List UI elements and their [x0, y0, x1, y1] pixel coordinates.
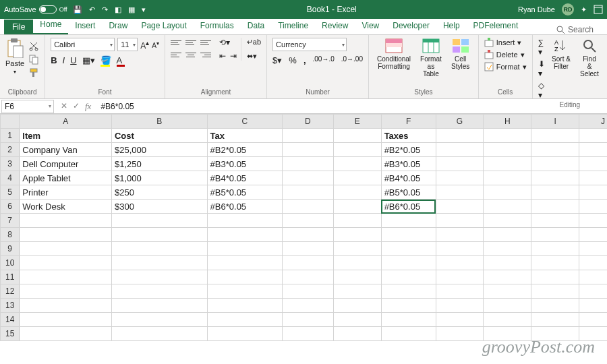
toggle-switch[interactable]: [39, 5, 57, 13]
cell-B11[interactable]: [111, 270, 207, 284]
cell-E11[interactable]: [333, 270, 381, 284]
row-header-12[interactable]: 12: [1, 284, 20, 299]
cell-C3[interactable]: #B3*0.05: [207, 157, 282, 171]
row-header-10[interactable]: 10: [1, 256, 20, 270]
cell-E9[interactable]: [333, 242, 381, 256]
cell-F6[interactable]: #B6*0.05: [381, 200, 436, 214]
row-header-3[interactable]: 3: [1, 157, 20, 171]
cell-J10[interactable]: [579, 256, 607, 270]
row-header-9[interactable]: 9: [1, 242, 20, 256]
user-avatar[interactable]: RD: [562, 3, 574, 16]
cell-G4[interactable]: [436, 171, 484, 185]
select-all-corner[interactable]: [1, 115, 20, 129]
align-right-button[interactable]: [200, 50, 211, 59]
cell-A1[interactable]: Item: [20, 129, 112, 143]
column-header-D[interactable]: D: [282, 115, 333, 129]
fill-button[interactable]: ⬇ ▾: [538, 59, 545, 78]
cell-C12[interactable]: [207, 284, 282, 299]
cell-B4[interactable]: $1,000: [111, 171, 207, 185]
cell-J8[interactable]: [579, 228, 607, 242]
cell-D1[interactable]: [282, 129, 333, 143]
row-header-1[interactable]: 1: [1, 129, 20, 143]
format-painter-icon[interactable]: [28, 67, 39, 78]
cell-A7[interactable]: [20, 214, 112, 228]
cell-E8[interactable]: [333, 228, 381, 242]
cell-H8[interactable]: [484, 228, 531, 242]
cell-B2[interactable]: $25,000: [111, 143, 207, 157]
cell-A4[interactable]: Apple Tablet: [20, 171, 112, 185]
cell-H4[interactable]: [484, 171, 531, 185]
save-icon[interactable]: 💾: [73, 5, 82, 14]
cell-C8[interactable]: [207, 228, 282, 242]
find-select-button[interactable]: Find & Select: [577, 38, 602, 78]
cell-F3[interactable]: #B3*0.05: [381, 157, 436, 171]
cell-C5[interactable]: #B5*0.05: [207, 185, 282, 200]
cell-E5[interactable]: [333, 185, 381, 200]
cell-E15[interactable]: [333, 327, 381, 341]
cell-G13[interactable]: [436, 299, 484, 313]
cell-G11[interactable]: [436, 270, 484, 284]
cell-I12[interactable]: [531, 284, 579, 299]
cell-I10[interactable]: [531, 256, 579, 270]
cell-D12[interactable]: [282, 284, 333, 299]
cell-F13[interactable]: [381, 299, 436, 313]
cell-D10[interactable]: [282, 256, 333, 270]
row-header-4[interactable]: 4: [1, 171, 20, 185]
cell-D8[interactable]: [282, 228, 333, 242]
cell-A14[interactable]: [20, 313, 112, 327]
italic-button[interactable]: I: [63, 55, 65, 65]
cell-D6[interactable]: [282, 200, 333, 214]
cell-H1[interactable]: [484, 129, 531, 143]
font-family-combo[interactable]: Calibri: [51, 38, 115, 51]
enter-formula-icon[interactable]: ✓: [73, 101, 80, 112]
borders-button[interactable]: ▦▾: [82, 55, 95, 65]
cell-D11[interactable]: [282, 270, 333, 284]
row-header-15[interactable]: 15: [1, 327, 20, 341]
tab-file[interactable]: File: [4, 20, 33, 34]
cell-E2[interactable]: [333, 143, 381, 157]
wrap-text-button[interactable]: ↵ab: [247, 38, 261, 47]
cell-G3[interactable]: [436, 157, 484, 171]
cell-B3[interactable]: $1,250: [111, 157, 207, 171]
cell-H5[interactable]: [484, 185, 531, 200]
cell-H2[interactable]: [484, 143, 531, 157]
cell-B13[interactable]: [111, 299, 207, 313]
user-name[interactable]: Ryan Dube: [518, 5, 555, 13]
cell-C13[interactable]: [207, 299, 282, 313]
tab-developer[interactable]: Developer: [386, 18, 436, 34]
merge-center-button[interactable]: ⬌▾: [247, 52, 261, 61]
cell-F1[interactable]: Taxes: [381, 129, 436, 143]
cell-B5[interactable]: $250: [111, 185, 207, 200]
decrease-decimal-button[interactable]: .0→.00: [341, 55, 363, 65]
cell-D14[interactable]: [282, 313, 333, 327]
fill-color-button[interactable]: 🪣: [100, 55, 111, 65]
cell-I6[interactable]: [531, 200, 579, 214]
cell-I11[interactable]: [531, 270, 579, 284]
cell-G10[interactable]: [436, 256, 484, 270]
clear-button[interactable]: ◇ ▾: [538, 81, 545, 100]
cell-B9[interactable]: [111, 242, 207, 256]
bold-button[interactable]: B: [51, 55, 57, 65]
cell-G15[interactable]: [436, 327, 484, 341]
cell-G8[interactable]: [436, 228, 484, 242]
cell-A12[interactable]: [20, 284, 112, 299]
cell-H6[interactable]: [484, 200, 531, 214]
cell-E10[interactable]: [333, 256, 381, 270]
formula-input[interactable]: #B6*0.05: [96, 102, 607, 111]
cell-F2[interactable]: #B2*0.05: [381, 143, 436, 157]
undo-icon[interactable]: ↶: [89, 5, 95, 14]
cell-A11[interactable]: [20, 270, 112, 284]
cell-F15[interactable]: [381, 327, 436, 341]
cell-C9[interactable]: [207, 242, 282, 256]
cell-F9[interactable]: [381, 242, 436, 256]
cell-I5[interactable]: [531, 185, 579, 200]
cell-A13[interactable]: [20, 299, 112, 313]
cell-A5[interactable]: Printer: [20, 185, 112, 200]
increase-decimal-button[interactable]: .00→.0: [313, 55, 335, 65]
cell-F12[interactable]: [381, 284, 436, 299]
cell-A9[interactable]: [20, 242, 112, 256]
font-color-button[interactable]: A: [117, 55, 123, 65]
sort-filter-button[interactable]: AZ Sort & Filter: [549, 38, 573, 70]
copy-icon[interactable]: [28, 54, 39, 65]
cell-J11[interactable]: [579, 270, 607, 284]
